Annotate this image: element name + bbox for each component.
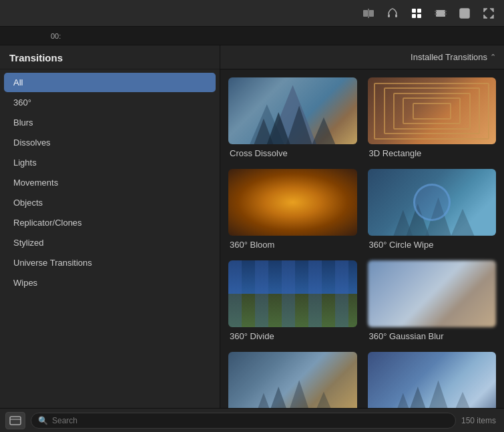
timeline-bar: 00: [0, 27, 504, 45]
transition-item-360-bloom[interactable]: 360° Bloom [228, 169, 357, 250]
content-area: Installed Transitions ⌃ Cross Dissolve [220, 45, 504, 408]
svg-rect-1 [369, 10, 374, 17]
expand-icon[interactable] [481, 6, 496, 21]
sidebar-item-movements[interactable]: Movements [4, 173, 216, 192]
sidebar-item-360[interactable]: 360° [4, 93, 216, 112]
sidebar-item-universe[interactable]: Universe Transitions [4, 253, 216, 272]
transition-thumb-360-bloom [228, 169, 357, 236]
item-count: 150 items [461, 416, 499, 425]
transition-thumb-360-reveal-wipe [368, 352, 497, 408]
sidebar-item-dissolves[interactable]: Dissolves [4, 133, 216, 152]
bottom-bar: 🔍 150 items [0, 408, 504, 432]
svg-rect-14 [460, 9, 469, 18]
headphones-icon[interactable] [385, 6, 400, 21]
svg-rect-7 [412, 14, 416, 18]
sidebar-item-objects[interactable]: Objects [4, 193, 216, 212]
svg-rect-9 [436, 10, 445, 17]
search-box: 🔍 [31, 413, 456, 429]
chevron-icon: ⌃ [490, 53, 496, 61]
content-header: Installed Transitions ⌃ [220, 45, 504, 69]
transition-item-360-gaussian-blur[interactable]: 360° Gaussian Blur [368, 260, 497, 341]
grid-icon[interactable] [409, 6, 424, 21]
sidebar-item-lights[interactable]: Lights [4, 153, 216, 172]
window-icon[interactable] [457, 6, 472, 21]
transition-label-360-divide: 360° Divide [228, 331, 357, 341]
svg-rect-4 [395, 14, 397, 17]
transition-item-cross-dissolve[interactable]: Cross Dissolve [228, 77, 357, 158]
svg-rect-6 [417, 9, 421, 13]
sidebar-item-all[interactable]: All [4, 73, 216, 92]
transition-label-360-bloom: 360° Bloom [228, 240, 357, 250]
transition-label-cross-dissolve: Cross Dissolve [228, 148, 357, 158]
transition-item-360-circle-wipe[interactable]: 360° Circle Wipe [368, 169, 497, 250]
search-input[interactable] [52, 416, 449, 425]
svg-rect-0 [363, 10, 368, 17]
transition-item-360-divide[interactable]: 360° Divide [228, 260, 357, 341]
sidebar-item-blurs[interactable]: Blurs [4, 113, 216, 132]
search-icon: 🔍 [38, 416, 48, 425]
transition-item-360-reveal-wipe[interactable]: 360° Reveal Wipe [368, 352, 497, 408]
sidebar-item-replicator[interactable]: Replicator/Clones [4, 213, 216, 232]
transition-thumb-cross-dissolve [228, 77, 357, 144]
transition-label-360-circle-wipe: 360° Circle Wipe [368, 240, 497, 250]
film-icon[interactable] [433, 6, 448, 21]
transition-label-360-gaussian-blur: 360° Gaussian Blur [368, 331, 497, 341]
svg-rect-3 [388, 14, 390, 17]
transition-item-360-push[interactable]: 360° Push [228, 352, 357, 408]
svg-rect-8 [417, 14, 421, 18]
transition-label-3d-rectangle: 3D Rectangle [368, 148, 497, 158]
svg-rect-13 [445, 13, 447, 15]
transition-thumb-360-gaussian-blur [368, 260, 497, 327]
transition-thumb-3d-rectangle [368, 77, 497, 144]
sidebar: Transitions All 360° Blurs Dissolves Lig… [0, 45, 220, 408]
svg-rect-11 [435, 13, 437, 15]
transitions-grid: Cross Dissolve 3D Rectangle [220, 69, 504, 408]
sidebar-item-wipes[interactable]: Wipes [4, 273, 216, 292]
transition-item-3d-rectangle[interactable]: 3D Rectangle [368, 77, 497, 158]
svg-rect-12 [445, 11, 447, 12]
sidebar-header: Transitions [0, 45, 220, 69]
svg-rect-10 [435, 11, 437, 12]
installed-label: Installed Transitions [411, 52, 487, 62]
svg-rect-5 [412, 9, 416, 13]
transition-thumb-360-circle-wipe [368, 169, 497, 236]
svg-rect-16 [10, 417, 21, 425]
sidebar-list: All 360° Blurs Dissolves Lights Movement… [0, 69, 220, 408]
toolbar [0, 0, 504, 27]
split-view-icon[interactable] [361, 6, 376, 21]
main-container: Transitions All 360° Blurs Dissolves Lig… [0, 45, 504, 408]
transition-thumb-360-divide [228, 260, 357, 327]
sidebar-item-stylized[interactable]: Stylized [4, 233, 216, 252]
browser-toggle-button[interactable] [5, 412, 25, 429]
transition-thumb-360-push [228, 352, 357, 408]
timeline-marker: 00: [51, 32, 61, 40]
